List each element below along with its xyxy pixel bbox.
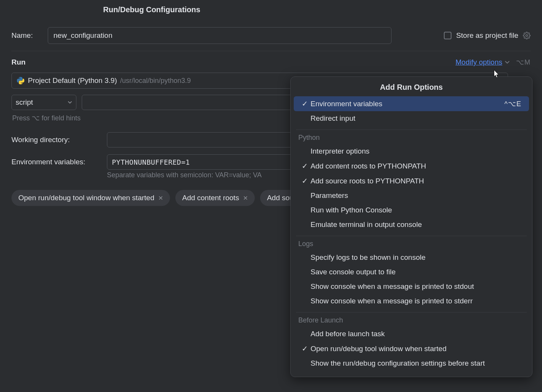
script-type-select[interactable]: script — [11, 95, 76, 110]
popup-menu-item[interactable]: Add before launch task — [294, 327, 529, 341]
menu-item-label: Show the run/debug configuration setting… — [311, 359, 521, 368]
interpreter-path: /usr/local/bin/python3.9 — [120, 77, 191, 85]
env-vars-label: Environment variables: — [11, 158, 107, 166]
popup-menu-item[interactable]: Redirect input — [294, 111, 529, 126]
name-label: Name: — [11, 31, 48, 40]
chevron-down-icon — [505, 60, 510, 65]
working-directory-label: Working directory: — [11, 136, 107, 144]
chip-label: Add content roots — [182, 194, 239, 202]
popup-menu-item[interactable]: Parameters — [294, 188, 529, 203]
popup-divider — [296, 236, 527, 236]
menu-item-shortcut: ^⌥E — [505, 100, 521, 108]
menu-item-label: Redirect input — [311, 114, 521, 123]
interpreter-name: Project Default (Python 3.9) — [28, 76, 117, 85]
store-as-project-checkbox[interactable] — [444, 32, 451, 39]
dialog-title: Run/Debug Configurations — [0, 0, 542, 14]
menu-item-label: Add content roots to PYTHONPATH — [311, 162, 521, 170]
popup-menu-item[interactable]: Specify logs to be shown in console — [294, 250, 529, 265]
menu-item-label: Add source roots to PYTHONPATH — [311, 177, 521, 185]
add-run-options-popup: Add Run Options ✓Environment variables^⌥… — [290, 76, 532, 377]
divider — [11, 51, 531, 51]
option-chip[interactable]: Add content roots✕ — [175, 190, 255, 206]
run-section-title: Run — [11, 58, 26, 66]
popup-title: Add Run Options — [291, 81, 532, 96]
menu-item-label: Save console output to file — [311, 268, 521, 276]
popup-menu-item[interactable]: ✓Environment variables^⌥E — [294, 96, 529, 111]
popup-menu-item[interactable]: Show console when a message is printed t… — [294, 294, 529, 308]
popup-menu-item[interactable]: ✓Add content roots to PYTHONPATH — [294, 159, 529, 173]
popup-menu-item[interactable]: Show console when a message is printed t… — [294, 279, 529, 294]
menu-item-label: Interpreter options — [311, 147, 521, 156]
python-icon — [16, 76, 25, 85]
menu-item-label: Show console when a message is printed t… — [311, 297, 521, 305]
store-as-project-label: Store as project file — [456, 31, 518, 40]
menu-item-label: Emulate terminal in output console — [311, 220, 521, 229]
name-input[interactable] — [48, 27, 392, 44]
menu-item-label: Open run/debug tool window when started — [311, 345, 521, 353]
check-icon: ✓ — [299, 162, 311, 170]
popup-menu-item[interactable]: ✓Open run/debug tool window when started — [294, 341, 529, 356]
modify-options-link[interactable]: Modify options — [455, 58, 502, 66]
menu-item-label: Specify logs to be shown in console — [311, 253, 521, 262]
popup-menu-item[interactable]: Emulate terminal in output console — [294, 217, 529, 232]
close-icon[interactable]: ✕ — [243, 194, 248, 202]
popup-section-header: Logs — [291, 238, 532, 250]
svg-point-0 — [526, 35, 528, 37]
script-type-value: script — [16, 98, 33, 107]
chevron-down-icon — [68, 100, 72, 105]
close-icon[interactable]: ✕ — [158, 194, 163, 202]
popup-menu-item[interactable]: Save console output to file — [294, 265, 529, 279]
menu-item-label: Parameters — [311, 191, 521, 200]
menu-item-label: Add before launch task — [311, 330, 521, 338]
menu-item-label: Run with Python Console — [311, 206, 521, 214]
modify-options-shortcut: ⌥M — [516, 58, 531, 66]
menu-item-label: Show console when a message is printed t… — [311, 282, 521, 291]
check-icon: ✓ — [299, 99, 311, 108]
option-chip[interactable]: Open run/debug tool window when started✕ — [11, 190, 170, 206]
popup-menu-item[interactable]: Interpreter options — [294, 144, 529, 159]
popup-section-header: Before Launch — [291, 315, 532, 327]
chip-label: Open run/debug tool window when started — [18, 194, 154, 202]
check-icon: ✓ — [299, 344, 311, 353]
popup-menu-item[interactable]: Show the run/debug configuration setting… — [294, 356, 529, 371]
popup-menu-item[interactable]: Run with Python Console — [294, 203, 529, 217]
popup-menu-item[interactable]: ✓Add source roots to PYTHONPATH — [294, 173, 529, 188]
menu-item-label: Environment variables — [311, 100, 505, 108]
check-icon: ✓ — [299, 177, 311, 185]
popup-section-header: Python — [291, 132, 532, 144]
popup-divider — [296, 130, 527, 130]
gear-icon[interactable] — [523, 32, 531, 39]
popup-divider — [296, 312, 527, 313]
